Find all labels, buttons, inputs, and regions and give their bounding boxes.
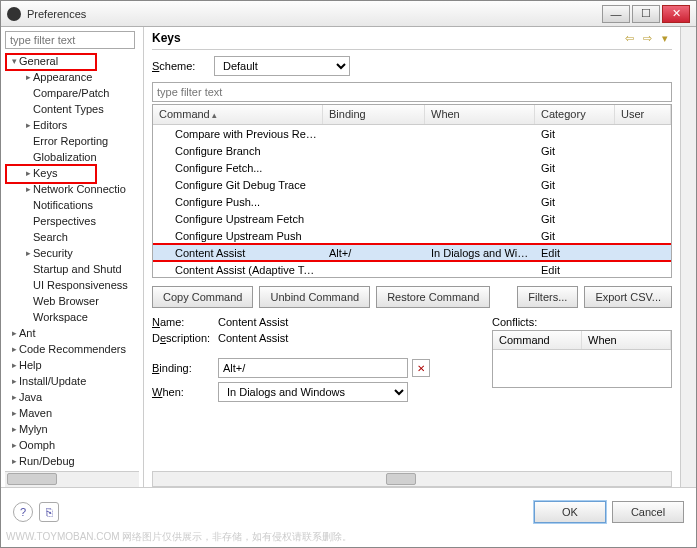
column-user[interactable]: User bbox=[615, 105, 671, 124]
description-value: Content Assist bbox=[218, 332, 482, 344]
right-panel: Keys ⇦ ⇨ ▾ Scheme: Default Command Bindi… bbox=[144, 27, 680, 487]
tree-item-ui-responsiveness[interactable]: UI Responsiveness bbox=[5, 277, 143, 293]
tree-item-code-recommenders[interactable]: ▸Code Recommenders bbox=[5, 341, 143, 357]
preferences-tree[interactable]: ▾General▸AppearanceCompare/PatchContent … bbox=[5, 53, 143, 471]
right-horizontal-scrollbar[interactable]: III bbox=[152, 471, 672, 487]
copy-command-button[interactable]: Copy Command bbox=[152, 286, 253, 308]
table-row[interactable]: Configure Git Debug TraceGit bbox=[153, 176, 671, 193]
tree-item-java[interactable]: ▸Java bbox=[5, 389, 143, 405]
restore-command-button[interactable]: Restore Command bbox=[376, 286, 490, 308]
unbind-command-button[interactable]: Unbind Command bbox=[259, 286, 370, 308]
filters-button[interactable]: Filters... bbox=[517, 286, 578, 308]
column-category[interactable]: Category bbox=[535, 105, 615, 124]
table-row[interactable]: Configure Upstream FetchGit bbox=[153, 210, 671, 227]
conflicts-col-command[interactable]: Command bbox=[493, 331, 582, 349]
watermark-text: WWW.TOYMOBAN.COM 网络图片仅供展示，非存储，如有侵权请联系删除。 bbox=[6, 530, 352, 544]
keys-table: Command Binding When Category User Compa… bbox=[152, 104, 672, 278]
cancel-button[interactable]: Cancel bbox=[612, 501, 684, 523]
tree-item-web-browser[interactable]: Web Browser bbox=[5, 293, 143, 309]
tree-item-keys[interactable]: ▸Keys bbox=[5, 165, 143, 181]
scheme-select[interactable]: Default bbox=[214, 56, 350, 76]
conflicts-table: Command When bbox=[492, 330, 672, 388]
left-panel: ▾General▸AppearanceCompare/PatchContent … bbox=[1, 27, 144, 487]
tree-item-security[interactable]: ▸Security bbox=[5, 245, 143, 261]
tree-item-maven[interactable]: ▸Maven bbox=[5, 405, 143, 421]
table-row[interactable]: Content Assist (Adaptive TemplateEdit bbox=[153, 261, 671, 277]
when-select[interactable]: In Dialogs and Windows bbox=[218, 382, 408, 402]
tree-item-help[interactable]: ▸Help bbox=[5, 357, 143, 373]
tree-item-error-reporting[interactable]: Error Reporting bbox=[5, 133, 143, 149]
export-csv-button[interactable]: Export CSV... bbox=[584, 286, 672, 308]
table-header: Command Binding When Category User bbox=[153, 105, 671, 125]
export-prefs-icon[interactable]: ⎘ bbox=[39, 502, 59, 522]
name-value: Content Assist bbox=[218, 316, 482, 328]
back-arrow-icon[interactable]: ⇦ bbox=[622, 31, 636, 45]
description-label: Description: bbox=[152, 332, 218, 344]
table-row[interactable]: Configure Upstream PushGit bbox=[153, 227, 671, 244]
ok-button[interactable]: OK bbox=[534, 501, 606, 523]
titlebar: Preferences — ☐ ✕ bbox=[1, 1, 696, 27]
conflicts-label: Conflicts: bbox=[492, 316, 672, 328]
name-label: Name: bbox=[152, 316, 218, 328]
tree-filter-input[interactable] bbox=[5, 31, 135, 49]
tree-item-editors[interactable]: ▸Editors bbox=[5, 117, 143, 133]
table-row[interactable]: Configure Push...Git bbox=[153, 193, 671, 210]
tree-item-general[interactable]: ▾General bbox=[5, 53, 143, 69]
table-row[interactable]: Configure BranchGit bbox=[153, 142, 671, 159]
eclipse-icon bbox=[7, 7, 21, 21]
keys-filter-input[interactable] bbox=[152, 82, 672, 102]
help-icon[interactable]: ? bbox=[13, 502, 33, 522]
tree-item-startup-and-shutd[interactable]: Startup and Shutd bbox=[5, 261, 143, 277]
menu-arrow-icon[interactable]: ▾ bbox=[658, 31, 672, 45]
binding-input[interactable] bbox=[218, 358, 408, 378]
table-row[interactable]: Configure Fetch...Git bbox=[153, 159, 671, 176]
column-binding[interactable]: Binding bbox=[323, 105, 425, 124]
tree-item-oomph[interactable]: ▸Oomph bbox=[5, 437, 143, 453]
tree-item-appearance[interactable]: ▸Appearance bbox=[5, 69, 143, 85]
conflicts-col-when[interactable]: When bbox=[582, 331, 671, 349]
tree-item-run-debug[interactable]: ▸Run/Debug bbox=[5, 453, 143, 469]
right-vertical-scrollbar[interactable] bbox=[680, 27, 696, 487]
tree-item-compare-patch[interactable]: Compare/Patch bbox=[5, 85, 143, 101]
minimize-button[interactable]: — bbox=[602, 5, 630, 23]
close-button[interactable]: ✕ bbox=[662, 5, 690, 23]
tree-item-install-update[interactable]: ▸Install/Update bbox=[5, 373, 143, 389]
table-row[interactable]: Content AssistAlt+/In Dialogs and Win...… bbox=[153, 244, 671, 261]
column-when[interactable]: When bbox=[425, 105, 535, 124]
tree-item-ant[interactable]: ▸Ant bbox=[5, 325, 143, 341]
binding-label: Binding: bbox=[152, 362, 218, 374]
tree-item-search[interactable]: Search bbox=[5, 229, 143, 245]
tree-horizontal-scrollbar[interactable] bbox=[5, 471, 139, 487]
when-label: When: bbox=[152, 386, 218, 398]
maximize-button[interactable]: ☐ bbox=[632, 5, 660, 23]
scheme-label: Scheme: bbox=[152, 60, 214, 72]
table-row[interactable]: Compare with Previous RevisionGit bbox=[153, 125, 671, 142]
clear-binding-icon[interactable]: ✕ bbox=[412, 359, 430, 377]
tree-item-perspectives[interactable]: Perspectives bbox=[5, 213, 143, 229]
page-title: Keys bbox=[152, 31, 622, 45]
column-command[interactable]: Command bbox=[153, 105, 323, 124]
tree-item-mylyn[interactable]: ▸Mylyn bbox=[5, 421, 143, 437]
dialog-footer: ? ⎘ OK Cancel bbox=[1, 487, 696, 535]
forward-arrow-icon[interactable]: ⇨ bbox=[640, 31, 654, 45]
tree-item-content-types[interactable]: Content Types bbox=[5, 101, 143, 117]
tree-item-globalization[interactable]: Globalization bbox=[5, 149, 143, 165]
tree-item-workspace[interactable]: Workspace bbox=[5, 309, 143, 325]
tree-item-notifications[interactable]: Notifications bbox=[5, 197, 143, 213]
window-title: Preferences bbox=[27, 8, 602, 20]
tree-item-network-connectio[interactable]: ▸Network Connectio bbox=[5, 181, 143, 197]
